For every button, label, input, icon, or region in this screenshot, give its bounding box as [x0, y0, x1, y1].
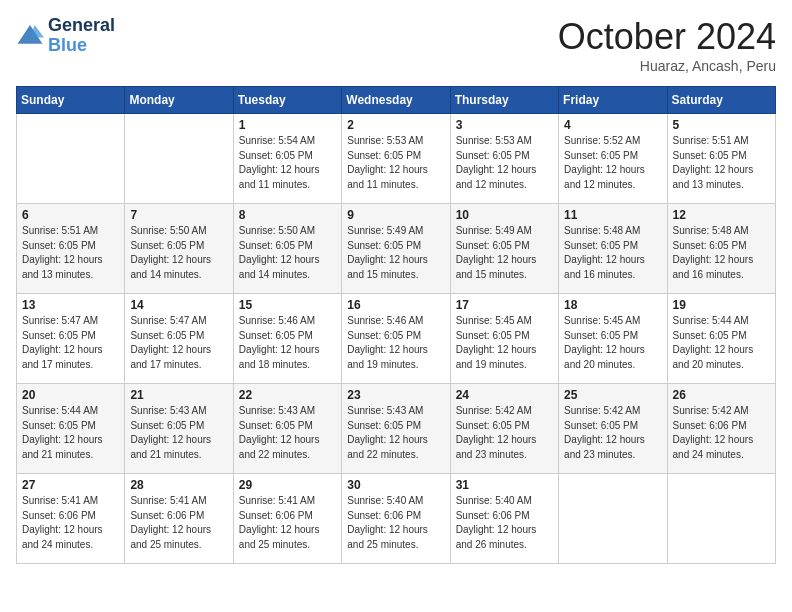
calendar-cell: 26Sunrise: 5:42 AM Sunset: 6:06 PM Dayli…: [667, 384, 775, 474]
calendar-header: SundayMondayTuesdayWednesdayThursdayFrid…: [17, 87, 776, 114]
title-block: October 2024 Huaraz, Ancash, Peru: [558, 16, 776, 74]
day-info: Sunrise: 5:45 AM Sunset: 6:05 PM Dayligh…: [456, 314, 553, 372]
day-info: Sunrise: 5:51 AM Sunset: 6:05 PM Dayligh…: [673, 134, 770, 192]
day-number: 4: [564, 118, 661, 132]
day-number: 22: [239, 388, 336, 402]
calendar-cell: 9Sunrise: 5:49 AM Sunset: 6:05 PM Daylig…: [342, 204, 450, 294]
day-number: 23: [347, 388, 444, 402]
calendar-cell: 14Sunrise: 5:47 AM Sunset: 6:05 PM Dayli…: [125, 294, 233, 384]
calendar-cell: 13Sunrise: 5:47 AM Sunset: 6:05 PM Dayli…: [17, 294, 125, 384]
calendar-cell: 24Sunrise: 5:42 AM Sunset: 6:05 PM Dayli…: [450, 384, 558, 474]
day-info: Sunrise: 5:41 AM Sunset: 6:06 PM Dayligh…: [22, 494, 119, 552]
day-number: 9: [347, 208, 444, 222]
header-day: Tuesday: [233, 87, 341, 114]
calendar-week-row: 1Sunrise: 5:54 AM Sunset: 6:05 PM Daylig…: [17, 114, 776, 204]
calendar-week-row: 6Sunrise: 5:51 AM Sunset: 6:05 PM Daylig…: [17, 204, 776, 294]
logo-line1: General: [48, 16, 115, 36]
header-day: Saturday: [667, 87, 775, 114]
calendar-body: 1Sunrise: 5:54 AM Sunset: 6:05 PM Daylig…: [17, 114, 776, 564]
day-number: 31: [456, 478, 553, 492]
day-info: Sunrise: 5:53 AM Sunset: 6:05 PM Dayligh…: [456, 134, 553, 192]
day-number: 25: [564, 388, 661, 402]
day-info: Sunrise: 5:41 AM Sunset: 6:06 PM Dayligh…: [130, 494, 227, 552]
day-info: Sunrise: 5:46 AM Sunset: 6:05 PM Dayligh…: [347, 314, 444, 372]
calendar-cell: 10Sunrise: 5:49 AM Sunset: 6:05 PM Dayli…: [450, 204, 558, 294]
day-number: 3: [456, 118, 553, 132]
day-info: Sunrise: 5:43 AM Sunset: 6:05 PM Dayligh…: [130, 404, 227, 462]
header-day: Wednesday: [342, 87, 450, 114]
header-day: Thursday: [450, 87, 558, 114]
day-info: Sunrise: 5:48 AM Sunset: 6:05 PM Dayligh…: [564, 224, 661, 282]
day-number: 12: [673, 208, 770, 222]
day-info: Sunrise: 5:41 AM Sunset: 6:06 PM Dayligh…: [239, 494, 336, 552]
calendar-cell: 29Sunrise: 5:41 AM Sunset: 6:06 PM Dayli…: [233, 474, 341, 564]
day-number: 14: [130, 298, 227, 312]
calendar-cell: 1Sunrise: 5:54 AM Sunset: 6:05 PM Daylig…: [233, 114, 341, 204]
day-number: 28: [130, 478, 227, 492]
calendar-cell: 22Sunrise: 5:43 AM Sunset: 6:05 PM Dayli…: [233, 384, 341, 474]
day-number: 24: [456, 388, 553, 402]
calendar-cell: 5Sunrise: 5:51 AM Sunset: 6:05 PM Daylig…: [667, 114, 775, 204]
day-number: 7: [130, 208, 227, 222]
header-day: Sunday: [17, 87, 125, 114]
day-number: 11: [564, 208, 661, 222]
day-info: Sunrise: 5:49 AM Sunset: 6:05 PM Dayligh…: [456, 224, 553, 282]
logo-line2: Blue: [48, 36, 115, 56]
calendar-cell: 8Sunrise: 5:50 AM Sunset: 6:05 PM Daylig…: [233, 204, 341, 294]
day-number: 8: [239, 208, 336, 222]
calendar-cell: 20Sunrise: 5:44 AM Sunset: 6:05 PM Dayli…: [17, 384, 125, 474]
day-info: Sunrise: 5:42 AM Sunset: 6:05 PM Dayligh…: [456, 404, 553, 462]
day-number: 27: [22, 478, 119, 492]
calendar-table: SundayMondayTuesdayWednesdayThursdayFrid…: [16, 86, 776, 564]
calendar-cell: 12Sunrise: 5:48 AM Sunset: 6:05 PM Dayli…: [667, 204, 775, 294]
calendar-cell: 30Sunrise: 5:40 AM Sunset: 6:06 PM Dayli…: [342, 474, 450, 564]
day-info: Sunrise: 5:42 AM Sunset: 6:06 PM Dayligh…: [673, 404, 770, 462]
day-info: Sunrise: 5:40 AM Sunset: 6:06 PM Dayligh…: [456, 494, 553, 552]
calendar-cell: 23Sunrise: 5:43 AM Sunset: 6:05 PM Dayli…: [342, 384, 450, 474]
day-number: 1: [239, 118, 336, 132]
header-day: Friday: [559, 87, 667, 114]
day-info: Sunrise: 5:53 AM Sunset: 6:05 PM Dayligh…: [347, 134, 444, 192]
day-number: 19: [673, 298, 770, 312]
day-info: Sunrise: 5:47 AM Sunset: 6:05 PM Dayligh…: [22, 314, 119, 372]
day-number: 5: [673, 118, 770, 132]
day-number: 16: [347, 298, 444, 312]
month-title: October 2024: [558, 16, 776, 58]
day-number: 6: [22, 208, 119, 222]
day-number: 15: [239, 298, 336, 312]
day-info: Sunrise: 5:40 AM Sunset: 6:06 PM Dayligh…: [347, 494, 444, 552]
day-info: Sunrise: 5:43 AM Sunset: 6:05 PM Dayligh…: [347, 404, 444, 462]
calendar-cell: [667, 474, 775, 564]
calendar-week-row: 27Sunrise: 5:41 AM Sunset: 6:06 PM Dayli…: [17, 474, 776, 564]
calendar-cell: 3Sunrise: 5:53 AM Sunset: 6:05 PM Daylig…: [450, 114, 558, 204]
page-header: General Blue October 2024 Huaraz, Ancash…: [16, 16, 776, 74]
day-number: 26: [673, 388, 770, 402]
calendar-cell: [125, 114, 233, 204]
header-day: Monday: [125, 87, 233, 114]
day-info: Sunrise: 5:48 AM Sunset: 6:05 PM Dayligh…: [673, 224, 770, 282]
calendar-cell: 21Sunrise: 5:43 AM Sunset: 6:05 PM Dayli…: [125, 384, 233, 474]
calendar-cell: 17Sunrise: 5:45 AM Sunset: 6:05 PM Dayli…: [450, 294, 558, 384]
day-number: 29: [239, 478, 336, 492]
calendar-cell: 15Sunrise: 5:46 AM Sunset: 6:05 PM Dayli…: [233, 294, 341, 384]
calendar-cell: 28Sunrise: 5:41 AM Sunset: 6:06 PM Dayli…: [125, 474, 233, 564]
calendar-cell: [559, 474, 667, 564]
day-info: Sunrise: 5:51 AM Sunset: 6:05 PM Dayligh…: [22, 224, 119, 282]
day-number: 10: [456, 208, 553, 222]
day-info: Sunrise: 5:54 AM Sunset: 6:05 PM Dayligh…: [239, 134, 336, 192]
day-info: Sunrise: 5:47 AM Sunset: 6:05 PM Dayligh…: [130, 314, 227, 372]
calendar-cell: 2Sunrise: 5:53 AM Sunset: 6:05 PM Daylig…: [342, 114, 450, 204]
calendar-cell: 7Sunrise: 5:50 AM Sunset: 6:05 PM Daylig…: [125, 204, 233, 294]
day-number: 13: [22, 298, 119, 312]
day-info: Sunrise: 5:50 AM Sunset: 6:05 PM Dayligh…: [130, 224, 227, 282]
calendar-cell: [17, 114, 125, 204]
calendar-cell: 19Sunrise: 5:44 AM Sunset: 6:05 PM Dayli…: [667, 294, 775, 384]
calendar-cell: 6Sunrise: 5:51 AM Sunset: 6:05 PM Daylig…: [17, 204, 125, 294]
day-info: Sunrise: 5:52 AM Sunset: 6:05 PM Dayligh…: [564, 134, 661, 192]
logo: General Blue: [16, 16, 115, 56]
day-number: 18: [564, 298, 661, 312]
calendar-cell: 18Sunrise: 5:45 AM Sunset: 6:05 PM Dayli…: [559, 294, 667, 384]
calendar-week-row: 13Sunrise: 5:47 AM Sunset: 6:05 PM Dayli…: [17, 294, 776, 384]
header-row: SundayMondayTuesdayWednesdayThursdayFrid…: [17, 87, 776, 114]
calendar-cell: 11Sunrise: 5:48 AM Sunset: 6:05 PM Dayli…: [559, 204, 667, 294]
